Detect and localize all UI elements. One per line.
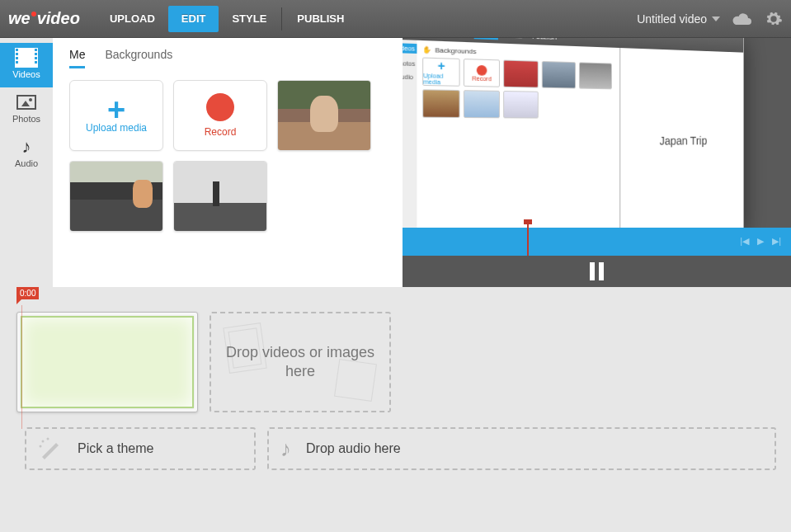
nav-upload[interactable]: UPLOAD	[97, 6, 168, 32]
logo-dot-icon	[31, 12, 36, 16]
record-dot-icon	[206, 93, 234, 121]
note-icon: ♪	[15, 137, 38, 157]
project-title-text: Untitled video	[637, 12, 707, 26]
pause-button[interactable]	[590, 262, 604, 280]
upload-media-button[interactable]: + Upload media	[69, 80, 163, 151]
lower-tracks: Pick a theme ♪ Drop audio here	[12, 427, 791, 487]
preview-mini-record: Record	[463, 59, 499, 87]
logo-text-right: video	[37, 9, 80, 28]
tab-backgrounds[interactable]: Backgrounds	[105, 48, 172, 68]
media-grid: + Upload media Record	[69, 80, 389, 232]
preview-slide-title: Japan Trip	[659, 134, 707, 148]
prev-icon[interactable]: |◀	[740, 236, 749, 247]
drop-video-zone[interactable]: Drop videos or images here	[210, 312, 391, 412]
plus-icon: +	[107, 97, 125, 122]
preview-mini-nav-style: STYLE	[498, 38, 527, 40]
preview-slide: Japan Trip	[619, 48, 743, 228]
cloud-sync-icon[interactable]	[732, 12, 753, 26]
nav-publish[interactable]: PUBLISH	[284, 6, 357, 32]
film-icon	[15, 48, 38, 68]
preview-mini-backgrounds-tab: Backgrounds	[435, 46, 476, 55]
preview-mini-thumb	[422, 89, 460, 118]
media-clip-2[interactable]	[69, 161, 163, 232]
next-icon[interactable]: ▶|	[772, 236, 781, 247]
preview-mini-rail-videos: Videos	[403, 43, 417, 54]
pick-theme-button[interactable]: Pick a theme	[25, 427, 256, 470]
photo-icon	[15, 92, 38, 112]
media-clip-3[interactable]	[173, 161, 267, 232]
preview-pane: wevideo UPLOAD EDIT STYLE PUBLISH Videos…	[403, 38, 791, 287]
preview-mini-rail: Videos Photos Audio	[403, 40, 417, 228]
upload-label: Upload media	[86, 122, 147, 134]
rail-videos[interactable]: Videos	[0, 43, 53, 87]
logo[interactable]: we video	[8, 9, 80, 28]
pause-icon-bar	[590, 262, 595, 280]
playhead-flag[interactable]: 0:00	[16, 287, 39, 299]
preview-control-bar	[403, 256, 791, 287]
preview-mini-controls: |◀ ▶ ▶|	[740, 236, 781, 247]
clip-thumbnail	[21, 316, 194, 408]
playhead-time: 0:00	[20, 289, 35, 298]
logo-text-left: we	[8, 9, 31, 28]
pick-theme-label: Pick a theme	[78, 441, 153, 456]
media-tabs: Me Backgrounds	[69, 48, 389, 68]
time-ruler[interactable]: 0:00	[12, 287, 791, 305]
magic-wand-icon	[38, 436, 63, 461]
drop-audio-label: Drop audio here	[306, 441, 401, 456]
pause-icon-bar	[599, 262, 604, 280]
drop-video-label: Drop videos or images here	[211, 343, 389, 382]
music-note-icon: ♪	[280, 436, 291, 462]
preview-mini-nav-publish: PUBLISH	[527, 38, 562, 42]
editor-body: Videos Photos ♪ Audio Me Backgrounds + U…	[0, 38, 791, 287]
play-icon[interactable]: ▶	[757, 236, 764, 247]
svg-rect-4	[16, 57, 18, 59]
rail-videos-label: Videos	[12, 69, 40, 79]
preview-mini-thumb	[503, 91, 539, 119]
chevron-down-icon	[712, 16, 720, 21]
svg-point-15	[40, 445, 42, 448]
playhead-line-icon	[21, 305, 22, 429]
preview-mini-grid: +Upload media Record	[422, 57, 615, 119]
rail-photos-label: Photos	[12, 114, 40, 124]
preview-mini-nav-upload: UPLOAD	[438, 38, 474, 39]
preview-seek-bar[interactable]: |◀ ▶ ▶|	[403, 228, 791, 256]
svg-rect-6	[35, 49, 37, 51]
preview-canvas[interactable]: wevideo UPLOAD EDIT STYLE PUBLISH Videos…	[403, 38, 791, 228]
timeline-clip-1[interactable]	[16, 312, 198, 412]
preview-mini-nav-edit: EDIT	[473, 38, 497, 40]
project-title-dropdown[interactable]: Untitled video	[637, 12, 720, 26]
svg-rect-3	[16, 53, 18, 55]
nav-edit[interactable]: EDIT	[168, 6, 219, 32]
main-nav: UPLOAD EDIT STYLE PUBLISH	[97, 6, 357, 32]
nav-separator	[281, 7, 282, 31]
preview-mini-thumb	[503, 60, 539, 88]
svg-rect-9	[35, 61, 37, 64]
topbar-right: Untitled video	[637, 10, 783, 28]
timeline: 0:00 Drop videos or images here Pick a t…	[0, 287, 791, 487]
preview-mini-thumb	[541, 61, 575, 89]
preview-content: wevideo UPLOAD EDIT STYLE PUBLISH Videos…	[403, 38, 743, 228]
media-clip-1[interactable]	[277, 80, 371, 151]
rail-photos[interactable]: Photos	[0, 87, 53, 132]
seek-playhead-icon[interactable]	[527, 221, 529, 256]
media-type-rail: Videos Photos ♪ Audio	[0, 38, 53, 287]
preview-mini-body: Videos Photos Audio ✋ Backgrounds +Uploa…	[403, 40, 743, 228]
preview-mini-cursor-icon: ✋	[422, 46, 431, 54]
rail-audio-label: Audio	[15, 158, 38, 168]
preview-mini-thumb	[578, 62, 611, 89]
settings-gear-icon[interactable]	[765, 10, 783, 28]
svg-rect-5	[16, 61, 18, 64]
nav-style[interactable]: STYLE	[219, 6, 280, 32]
drop-audio-zone[interactable]: ♪ Drop audio here	[267, 427, 776, 470]
svg-point-14	[47, 438, 49, 440]
preview-mini-thumb	[463, 90, 499, 118]
tab-me[interactable]: Me	[69, 48, 85, 68]
rail-audio[interactable]: ♪ Audio	[0, 132, 53, 177]
svg-rect-8	[35, 57, 37, 59]
record-label: Record	[205, 126, 237, 138]
record-button[interactable]: Record	[173, 80, 267, 151]
preview-mini-rail-audio: Audio	[403, 73, 412, 80]
svg-point-13	[42, 440, 45, 443]
video-track[interactable]: Drop videos or images here	[16, 312, 791, 412]
svg-rect-2	[16, 49, 18, 51]
